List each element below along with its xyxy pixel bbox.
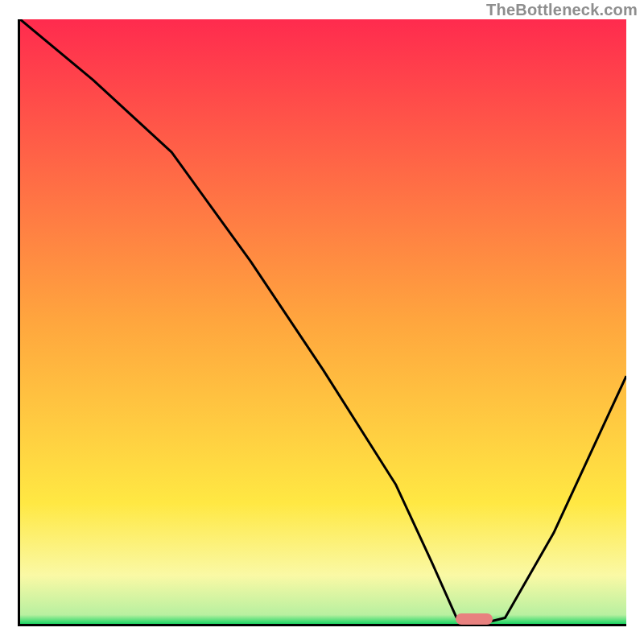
gradient-bg (20, 19, 626, 624)
y-axis (18, 19, 20, 626)
plot-area (20, 19, 626, 624)
optimal-marker (456, 613, 493, 625)
x-axis (18, 624, 626, 626)
attribution-watermark: TheBottleneck.com (486, 2, 638, 18)
